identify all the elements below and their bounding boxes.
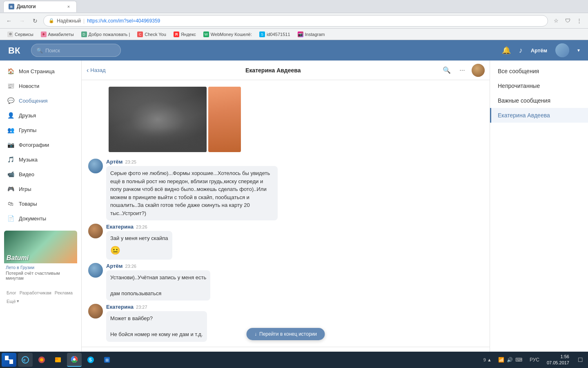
chat-title: Екатерина Авдеева (109, 67, 437, 74)
down-arrow-icon: ↓ (254, 331, 257, 337)
vk-header-icons: 🔔 ♪ Артём ▾ (502, 43, 580, 57)
message-content: Артём 23:25 Серые фото не люблю)...Формы… (106, 159, 278, 220)
tab-title: Диалоги (17, 4, 36, 9)
sidebar-item-friends[interactable]: 👤 Друзья (0, 108, 81, 123)
bookmark-skype-icon: S (259, 31, 265, 37)
more-options-button[interactable]: ··· (456, 64, 468, 76)
bookmark-yandex[interactable]: Я Яндекс (170, 30, 199, 38)
sender-name: Артём (106, 263, 122, 269)
sidebar-item-messages[interactable]: 💬 Сообщения (0, 93, 81, 108)
sidebar-item-docs[interactable]: 📄 Документы (0, 211, 81, 226)
vk-logo[interactable]: ВК (8, 42, 24, 58)
tab-close-button[interactable]: × (66, 4, 71, 9)
svg-point-8 (73, 358, 76, 361)
back-arrow-icon: ‹ (87, 67, 89, 74)
bookmark-servisy[interactable]: ⚙ Сервисы (4, 30, 37, 38)
vk-search-bar[interactable]: 🔍 Поиск (31, 44, 121, 57)
taskbar-network-icon[interactable]: 📶 (498, 357, 504, 363)
start-button[interactable] (2, 353, 16, 367)
sidebar-item-photos[interactable]: 📷 Фотографии (0, 137, 81, 152)
sidebar-all-messages[interactable]: Все сообщения (490, 64, 588, 79)
refresh-button[interactable]: ↻ (30, 16, 40, 26)
taskbar-keyboard-icon[interactable]: ⌨ (515, 357, 522, 363)
message-emoji: 😐 (110, 244, 168, 256)
address-bar[interactable]: 🔒 Надёжный | https://vk.com/im?sel=40496… (43, 15, 548, 27)
taskbar-firefox[interactable] (34, 353, 49, 367)
taskbar-volume-icon[interactable]: 🔊 (507, 357, 513, 363)
bookmark-dobro[interactable]: D Добро пожаловать | (78, 30, 134, 38)
sidebar-item-games[interactable]: 🎮 Игры (0, 182, 81, 196)
user-avatar-header[interactable] (555, 43, 569, 57)
browser-nav-bar: ← → ↻ 🔒 Надёжный | https://vk.com/im?sel… (0, 13, 588, 29)
jump-to-end-button[interactable]: ↓ Перейти в конец истории (246, 328, 325, 340)
sidebar-item-groups[interactable]: 👥 Группы (0, 123, 81, 137)
user-name-header[interactable]: Артём (531, 47, 547, 54)
sidebar-footer-dev[interactable]: Разработчикам (20, 290, 51, 295)
bookmark-aviabilety-icon: ✈ (41, 31, 47, 37)
taskbar-chrome[interactable] (67, 353, 82, 367)
bookmark-aviabilety[interactable]: ✈ Авиабилеты (38, 30, 77, 38)
message-time: 23:26 (125, 264, 136, 269)
groups-icon: 👥 (7, 126, 15, 134)
taskbar-files[interactable] (51, 353, 65, 367)
bookmark-webmoney[interactable]: W WebMoney Кошелё: (200, 30, 255, 38)
svg-point-4 (40, 358, 43, 361)
secure-icon: 🔒 (49, 18, 54, 23)
notification-bell-icon[interactable]: 🔔 (502, 46, 511, 55)
photo-message-group (88, 87, 483, 152)
sidebar-docs-label: Документы (19, 215, 46, 222)
sidebar-important[interactable]: Важные сообщения (490, 93, 588, 108)
chat-partner-avatar[interactable] (472, 64, 485, 77)
bookmark-webmoney-icon: W (203, 31, 209, 37)
sender-avatar-artem-2 (88, 263, 103, 278)
sidebar-advertisement-banner[interactable]: Batumi Лето в Грузии Потеряй счёт счастл… (4, 231, 77, 282)
avatar-dropdown-arrow[interactable]: ▾ (577, 47, 580, 53)
bookmark-skype[interactable]: S id04571511 (256, 30, 294, 38)
bookmark-checkyou[interactable]: C Check You (134, 30, 169, 38)
svg-text:S: S (89, 358, 92, 362)
taskbar-ie[interactable]: e (18, 353, 33, 367)
extensions-button[interactable]: 🛡 (563, 16, 572, 26)
sidebar-footer-more[interactable]: Ещё ▾ (7, 298, 19, 304)
taskbar-windows-media[interactable]: ⊞ (100, 353, 114, 367)
taskbar-notification-button[interactable]: ☐ (574, 354, 586, 366)
message-header: ‹ Назад Екатерина Авдеева 🔍 ··· (82, 61, 490, 80)
bookmark-star-button[interactable]: ☆ (551, 16, 561, 26)
photo-bw[interactable] (109, 87, 207, 152)
sidebar-item-music[interactable]: 🎵 Музыка (0, 152, 81, 167)
bookmark-webmoney-label: WebMoney Кошелё: (211, 32, 252, 37)
sidebar-item-market[interactable]: 🛍 Товары (0, 196, 81, 211)
vk-left-sidebar: 🏠 Моя Страница 📰 Новости 💬 Сообщения 👤 Д… (0, 61, 82, 368)
sidebar-unread[interactable]: Непрочитанные (490, 79, 588, 93)
taskbar-clock[interactable]: 1:56 07.05.2017 (543, 354, 572, 366)
back-button[interactable]: ‹ Назад (87, 67, 106, 74)
forward-button[interactable]: → (17, 16, 27, 26)
sidebar-footer-blog[interactable]: Блог (7, 290, 16, 295)
menu-button[interactable]: ⋮ (574, 16, 584, 26)
sender-avatar-artem (88, 159, 103, 173)
sidebar-item-news[interactable]: 📰 Новости (0, 79, 81, 93)
video-icon: 📹 (7, 170, 15, 178)
vk-messages-panel: ‹ Назад Екатерина Авдеева 🔍 ··· (82, 61, 490, 368)
taskbar-skype[interactable]: S (83, 353, 98, 367)
market-icon: 🛍 (7, 200, 15, 208)
music-note-icon[interactable]: ♪ (519, 46, 523, 55)
back-button[interactable]: ← (4, 16, 14, 26)
taskbar-system-tray-area[interactable]: 9 ▲ (482, 357, 493, 362)
sidebar-video-label: Видео (19, 171, 34, 177)
avatar-image (555, 43, 569, 57)
photo-color[interactable] (208, 87, 241, 152)
browser-tab[interactable]: В Диалоги × (3, 1, 77, 12)
message-text: Установи)..Учётная запись у меня есть да… (106, 270, 210, 301)
sidebar-katerina-avdeeva[interactable]: Екатерина Авдеева (490, 108, 588, 123)
sidebar-item-video[interactable]: 📹 Видео (0, 167, 81, 182)
sidebar-footer-ads[interactable]: Реклама (55, 290, 73, 295)
bookmark-instagram[interactable]: 📷 Instagram (294, 30, 328, 38)
sidebar-item-mypage[interactable]: 🏠 Моя Страница (0, 64, 81, 79)
bookmark-instagram-icon: 📷 (298, 31, 303, 37)
taskbar-language[interactable]: РУС (527, 357, 542, 363)
url-text: https://vk.com/im?sel=404969359 (87, 18, 160, 24)
search-messages-button[interactable]: 🔍 (441, 64, 453, 76)
jump-to-end-label: Перейти в конец истории (259, 331, 317, 337)
message-time: 23:25 (125, 159, 136, 164)
